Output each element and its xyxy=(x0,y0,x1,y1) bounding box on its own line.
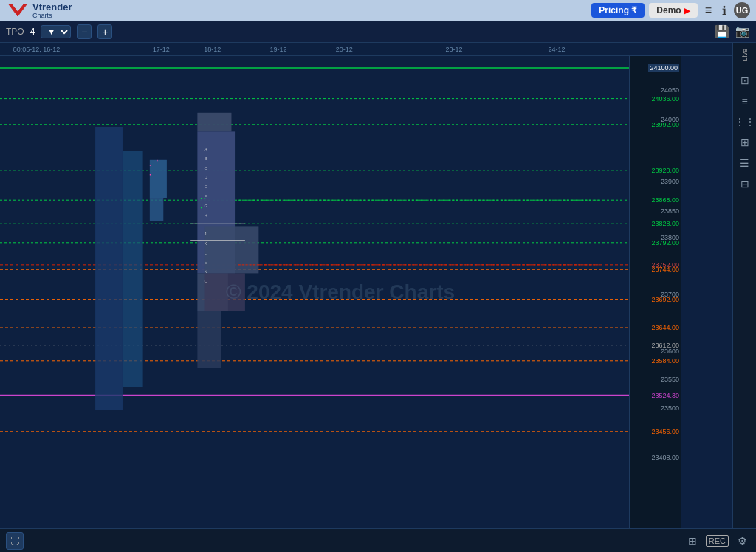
chart-toolbar: TPO 4 ▼ − + 💾 📷 xyxy=(0,21,756,43)
menu-icon[interactable]: ≡ xyxy=(702,2,715,18)
svg-text:D: D xyxy=(205,175,208,179)
chart-area[interactable]: 80:05-12, 16-12 17-12 18-12 19-12 20-12 … xyxy=(0,43,732,528)
settings-icon[interactable]: ⚙ xyxy=(735,532,750,550)
time-label-2: 18-12 xyxy=(204,46,221,53)
svg-rect-26 xyxy=(150,165,151,166)
sidebar-icon-4[interactable]: ⊞ xyxy=(738,134,752,151)
tpo-plus-button[interactable]: + xyxy=(97,24,112,39)
price-23456: 23456.00 xyxy=(651,428,679,435)
price-23500: 23500 xyxy=(661,404,679,412)
rec-label[interactable]: REC xyxy=(706,535,729,547)
time-label-4: 20-12 xyxy=(336,46,353,53)
price-23524: 23524.30 xyxy=(651,392,679,399)
price-23850: 23850 xyxy=(661,207,679,215)
logo-sub: Charts xyxy=(32,12,72,19)
svg-rect-17 xyxy=(123,151,143,387)
logo: Vtrender Charts xyxy=(6,1,72,19)
svg-rect-29 xyxy=(201,198,202,199)
fullscreen-button[interactable]: ⛶ xyxy=(6,532,24,550)
header-actions: Pricing ₹ Demo ▶ ≡ ℹ UG xyxy=(591,2,750,19)
svg-rect-24 xyxy=(205,226,259,273)
svg-rect-27 xyxy=(150,174,151,176)
svg-text:O: O xyxy=(205,279,208,283)
user-avatar[interactable]: UG xyxy=(734,2,750,18)
time-label-6: 24-12 xyxy=(548,46,565,53)
pricing-button[interactable]: Pricing ₹ xyxy=(591,3,645,18)
svg-rect-20 xyxy=(197,113,231,132)
sidebar-icon-3[interactable]: ⋮⋮ xyxy=(732,113,757,131)
screenshot-icon[interactable]: 📷 xyxy=(735,24,750,38)
svg-text:C: C xyxy=(205,166,208,170)
svg-rect-28 xyxy=(157,160,158,162)
svg-rect-30 xyxy=(201,207,202,209)
price-24100: 24100.00 xyxy=(648,64,679,72)
svg-text:E: E xyxy=(205,184,207,189)
tpo-label: TPO xyxy=(6,27,24,37)
bottom-bar: ⛶ ⊞ REC ⚙ xyxy=(0,528,756,552)
price-24050: 24050 xyxy=(661,86,679,94)
svg-text:H: H xyxy=(205,213,207,218)
time-label-5: 23-12 xyxy=(446,46,463,53)
price-23644: 23644.00 xyxy=(651,324,679,331)
time-label-0: 80:05-12, 16-12 xyxy=(13,46,61,53)
svg-rect-19 xyxy=(150,198,163,221)
price-23868: 23868.00 xyxy=(651,196,679,204)
save-icon[interactable]: 💾 xyxy=(715,24,729,38)
svg-text:F: F xyxy=(205,194,207,199)
svg-text:N: N xyxy=(205,269,207,274)
svg-text:A: A xyxy=(205,147,207,151)
price-24036: 24036.00 xyxy=(651,95,679,103)
live-label: Live xyxy=(738,46,752,64)
time-header: 80:05-12, 16-12 17-12 18-12 19-12 20-12 … xyxy=(0,43,732,56)
sidebar-icon-2[interactable]: ≡ xyxy=(738,92,750,110)
tpo-value: 4 xyxy=(30,27,35,37)
logo-icon xyxy=(6,1,30,19)
svg-text:K: K xyxy=(205,241,207,246)
svg-text:G: G xyxy=(205,204,208,208)
demo-button[interactable]: Demo ▶ xyxy=(649,3,697,18)
chart-canvas[interactable]: © 2024 Vtrender Charts xyxy=(0,56,681,528)
time-label-3: 19-12 xyxy=(269,46,286,53)
price-23992: 23992.00 xyxy=(651,121,679,128)
youtube-icon: ▶ xyxy=(684,7,690,15)
chart-svg: A B C D E F G H I J K L M N O xyxy=(0,56,681,528)
svg-marker-0 xyxy=(9,4,27,16)
right-sidebar: Live ⊡ ≡ ⋮⋮ ⊞ ☰ ⊟ xyxy=(732,43,756,528)
time-label-1: 17-12 xyxy=(153,46,170,53)
grid-icon[interactable]: ⊞ xyxy=(685,532,700,550)
price-23692: 23692.00 xyxy=(651,296,679,303)
price-23744: 23744.00 xyxy=(651,266,679,273)
svg-rect-23 xyxy=(197,311,221,368)
sidebar-icon-6[interactable]: ⊟ xyxy=(738,175,752,193)
price-23408: 23408.00 xyxy=(651,454,679,461)
fullscreen-icon: ⛶ xyxy=(10,536,19,546)
svg-text:J: J xyxy=(205,232,207,236)
svg-text:M: M xyxy=(205,261,208,265)
svg-text:B: B xyxy=(205,156,207,161)
price-23550: 23550 xyxy=(661,376,679,383)
svg-rect-25 xyxy=(205,273,245,311)
price-23828: 23828.00 xyxy=(651,220,679,227)
tpo-dropdown[interactable]: ▼ xyxy=(41,25,71,38)
price-23920: 23920.00 xyxy=(651,167,679,174)
sidebar-icon-5[interactable]: ☰ xyxy=(737,154,752,172)
info-icon[interactable]: ℹ xyxy=(719,2,729,19)
tpo-minus-button[interactable]: − xyxy=(77,24,92,39)
sidebar-icon-1[interactable]: ⊡ xyxy=(738,72,752,89)
price-23584: 23584.00 xyxy=(651,357,679,365)
logo-text: Vtrender xyxy=(32,2,72,12)
price-scale: 24100.00 24050 24036.00 24000 23992.00 2… xyxy=(629,56,681,528)
app-header: Vtrender Charts Pricing ₹ Demo ▶ ≡ ℹ UG xyxy=(0,0,756,21)
svg-rect-16 xyxy=(95,127,123,410)
price-23600: 23600 xyxy=(661,348,679,355)
price-23792: 23792.00 xyxy=(651,239,679,246)
price-23900: 23900 xyxy=(661,178,679,185)
demo-label: Demo xyxy=(656,5,681,15)
svg-rect-18 xyxy=(150,160,167,198)
